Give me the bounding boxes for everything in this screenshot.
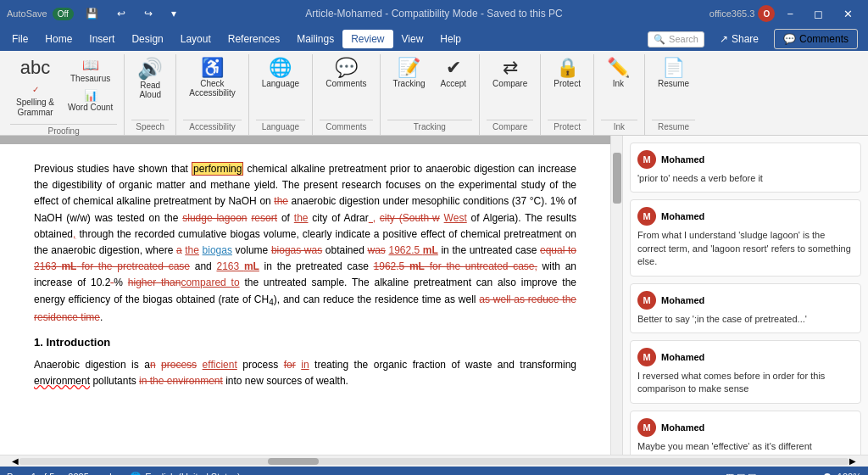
scroll-thumb-v[interactable]	[613, 153, 621, 204]
vertical-scrollbar[interactable]	[610, 136, 622, 455]
ribbon-content: abc✓ Spelling &Grammar 📖 Thesaurus 📊 Wor…	[0, 51, 868, 135]
search-area: 🔍 Search ↗ Share 💬 Comments	[641, 29, 865, 49]
check-accessibility-button[interactable]: ♿ CheckAccessibility	[183, 54, 241, 102]
share-icon: ↗	[720, 33, 728, 45]
title-bar: AutoSave Off 💾 ↩ ↪ ▾ Article-Mohamed - C…	[0, 0, 868, 27]
view-icons[interactable]: ▦ ▣ ▤	[726, 472, 756, 476]
ribbon: abc✓ Spelling &Grammar 📖 Thesaurus 📊 Wor…	[0, 51, 868, 136]
close-button[interactable]: ✕	[835, 0, 861, 27]
word-count-button[interactable]: 📊 Word Count	[64, 87, 117, 115]
language-icon: 🌐	[269, 59, 292, 77]
comment-2-avatar: M	[637, 207, 656, 226]
search-placeholder: Search	[669, 34, 698, 44]
del-dash: -	[110, 277, 114, 288]
new-comment-button[interactable]: 💬 Comments	[320, 54, 372, 92]
ins-biogas: biogas	[203, 244, 232, 256]
ink-label: Ink	[601, 120, 637, 131]
protect-button[interactable]: 🔒 Protect	[548, 54, 587, 92]
protect-icon: 🔒	[556, 59, 579, 77]
del-aswell: as well as reduce the residence time	[34, 293, 576, 323]
redo-button[interactable]: ↪	[137, 6, 159, 21]
user-avatar[interactable]: O	[758, 5, 775, 22]
ink-button[interactable]: ✏️ Ink	[601, 54, 636, 92]
menu-review[interactable]: Review	[342, 30, 392, 48]
ink-icon: ✏️	[607, 59, 630, 77]
resume-items: 📄 Resume	[652, 54, 695, 118]
undo-button[interactable]: ↩	[110, 6, 132, 21]
document-scroll-area[interactable]: Previous studies have shown that perform…	[0, 136, 610, 455]
comment-1: M Mohamed 'prior to' needs a verb before…	[630, 142, 861, 193]
scroll-thumb-h[interactable]	[268, 458, 319, 465]
comment-4-text: I reversed what comes before in order fo…	[637, 370, 854, 396]
comments-group-label: Comments	[320, 120, 372, 131]
language-button[interactable]: 🌐 Language	[256, 54, 306, 92]
readaloud-icon: 🔊	[137, 59, 163, 79]
compare-button[interactable]: ⇄ Compare	[487, 54, 533, 92]
inserted-text-2: ,	[369, 212, 376, 224]
tracking-label: Tracking	[387, 120, 473, 131]
proofing-stack: 📖 Thesaurus 📊 Word Count	[64, 54, 117, 115]
paragraph-1: Previous studies have shown that perform…	[34, 161, 576, 326]
restore-button[interactable]: ◻	[805, 0, 832, 27]
save-button[interactable]: 💾	[79, 6, 105, 21]
tracking-button[interactable]: 📝 Tracking	[387, 54, 431, 92]
status-right: ▦ ▣ ▤ 100%	[726, 472, 861, 476]
heading-introduction: 1. Introduction	[34, 334, 576, 352]
language-icon-status: 🌐	[130, 472, 142, 476]
paragraph-2: Anaerobic digestion is an process effici…	[34, 357, 576, 389]
scroll-track-h[interactable]	[19, 458, 849, 465]
accessibility-icon: ♿	[201, 59, 224, 77]
scroll-left-arrow[interactable]: ◀	[12, 456, 19, 466]
thesaurus-button[interactable]: 📖 Thesaurus	[64, 54, 117, 86]
comments-button[interactable]: 💬 Comments	[774, 29, 858, 49]
accept-icon: ✔	[446, 59, 461, 77]
accessibility-label: Accessibility	[183, 120, 241, 131]
comment-icon: 💬	[783, 33, 796, 45]
document-container: Previous studies have shown that perform…	[0, 136, 868, 455]
minimize-button[interactable]: −	[778, 0, 802, 27]
read-aloud-button[interactable]: 🔊 ReadAloud	[131, 54, 169, 103]
menu-layout[interactable]: Layout	[172, 30, 220, 48]
account-label: office365.3	[709, 8, 755, 19]
del-inenv: in the environment	[139, 375, 223, 387]
protect-items: 🔒 Protect	[548, 54, 587, 118]
menu-mailings[interactable]: Mailings	[288, 30, 342, 48]
ribbon-group-comments: 💬 Comments Comments	[313, 54, 380, 135]
comment-4: M Mohamed I reversed what comes before i…	[630, 340, 861, 404]
menu-design[interactable]: Design	[123, 30, 171, 48]
protect-label: Protect	[548, 120, 587, 131]
menu-insert[interactable]: Insert	[81, 30, 123, 48]
menu-help[interactable]: Help	[431, 30, 470, 48]
newcomment-icon: 💬	[335, 59, 358, 77]
ribbon-group-protect: 🔒 Protect Protect	[541, 54, 594, 135]
scroll-right-arrow[interactable]: ▶	[849, 456, 856, 466]
ribbon-group-compare: ⇄ Compare Compare	[480, 54, 541, 135]
accept-button[interactable]: ✔ Accept	[435, 54, 473, 92]
compare-label: Compare	[487, 120, 533, 131]
menu-view[interactable]: View	[393, 30, 432, 48]
proofing-label: Proofing	[10, 124, 117, 136]
comments-panel: M Mohamed 'prior to' needs a verb before…	[622, 136, 868, 455]
tracking-icon: 📝	[398, 59, 420, 77]
menu-home[interactable]: Home	[36, 30, 81, 48]
autosave-toggle[interactable]: Off	[53, 8, 74, 20]
comment-1-header: M Mohamed	[637, 150, 854, 169]
title-bar-left: AutoSave Off 💾 ↩ ↪ ▾	[7, 6, 220, 21]
comment-2-author: Mohamed	[661, 211, 704, 221]
resume-button[interactable]: 📄 Resume	[652, 54, 695, 92]
word-count-status: 2225 words	[68, 472, 116, 475]
comment-5-header: M Mohamed	[637, 418, 854, 437]
menu-references[interactable]: References	[220, 30, 288, 48]
share-button[interactable]: ↗ Share	[709, 30, 769, 48]
customize-button[interactable]: ▾	[164, 6, 183, 21]
search-box[interactable]: 🔍 Search	[648, 31, 704, 48]
spelling-grammar-button[interactable]: abc✓ Spelling &Grammar	[10, 54, 60, 122]
comment-1-avatar: M	[637, 150, 656, 169]
deleted-text-4: city (South-w	[380, 212, 440, 224]
compare-icon: ⇄	[503, 59, 518, 77]
horizontal-scrollbar[interactable]: ◀ ▶	[0, 455, 868, 467]
comment-4-author: Mohamed	[661, 352, 704, 362]
menu-file[interactable]: File	[3, 30, 36, 48]
ribbon-group-tracking: 📝 Tracking ✔ Accept Tracking	[381, 54, 481, 135]
ink-items: ✏️ Ink	[601, 54, 637, 118]
